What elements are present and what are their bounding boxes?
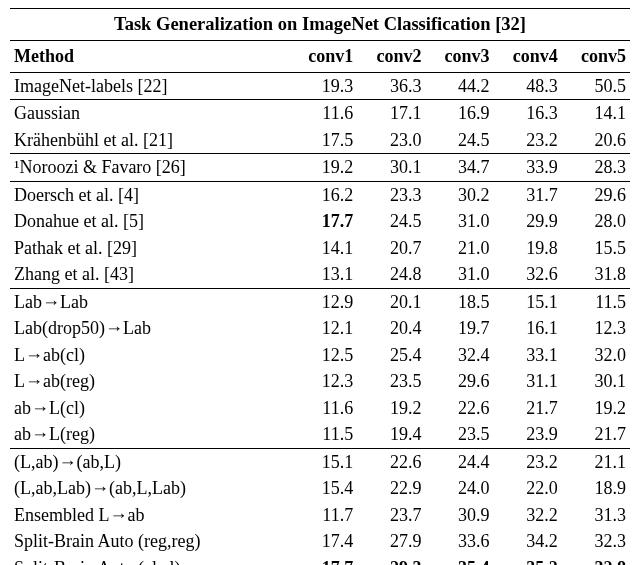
value-cell: 22.6: [425, 395, 493, 422]
value-cell: 12.9: [289, 288, 357, 315]
value-cell: 17.7: [289, 555, 357, 565]
method-cell: ¹Noroozi & Favaro [26]: [10, 154, 289, 182]
table-row: Lab→Lab12.920.118.515.111.5: [10, 288, 630, 315]
method-cell: (L,ab)→(ab,L): [10, 448, 289, 475]
table-row: ab→L(reg)11.519.423.523.921.7: [10, 421, 630, 448]
table-row: Donahue et al. [5]17.724.531.029.928.0: [10, 208, 630, 235]
value-cell: 18.9: [562, 475, 630, 502]
value-cell: 15.1: [494, 288, 562, 315]
value-cell: 22.0: [494, 475, 562, 502]
method-cell: Split-Brain Auto (cl,cl): [10, 555, 289, 565]
value-cell: 32.3: [562, 528, 630, 555]
col-header-conv2: conv2: [357, 41, 425, 73]
table-row: Zhang et al. [43]13.124.831.032.631.8: [10, 261, 630, 288]
col-header-conv3: conv3: [425, 41, 493, 73]
table-row: Ensembled L→ab11.723.730.932.231.3: [10, 502, 630, 529]
value-cell: 23.5: [357, 368, 425, 395]
value-cell: 32.4: [425, 342, 493, 369]
value-cell: 24.8: [357, 261, 425, 288]
value-cell: 17.7: [289, 208, 357, 235]
value-cell: 29.6: [562, 181, 630, 208]
method-cell: ab→L(reg): [10, 421, 289, 448]
value-cell: 32.2: [494, 502, 562, 529]
table-row: Split-Brain Auto (cl,cl)17.729.335.435.2…: [10, 555, 630, 565]
value-cell: 48.3: [494, 72, 562, 100]
value-cell: 19.8: [494, 235, 562, 262]
value-cell: 21.1: [562, 448, 630, 475]
method-cell: Gaussian: [10, 100, 289, 127]
table-row: (L,ab)→(ab,L)15.122.624.423.221.1: [10, 448, 630, 475]
value-cell: 29.3: [357, 555, 425, 565]
value-cell: 23.3: [357, 181, 425, 208]
value-cell: 15.1: [289, 448, 357, 475]
value-cell: 16.3: [494, 100, 562, 127]
value-cell: 21.7: [494, 395, 562, 422]
table-row: ¹Noroozi & Favaro [26]19.230.134.733.928…: [10, 154, 630, 182]
table-row: Split-Brain Auto (reg,reg)17.427.933.634…: [10, 528, 630, 555]
value-cell: 21.0: [425, 235, 493, 262]
value-cell: 31.8: [562, 261, 630, 288]
value-cell: 35.2: [494, 555, 562, 565]
value-cell: 12.5: [289, 342, 357, 369]
value-cell: 23.5: [425, 421, 493, 448]
method-cell: Zhang et al. [43]: [10, 261, 289, 288]
value-cell: 31.1: [494, 368, 562, 395]
value-cell: 31.7: [494, 181, 562, 208]
value-cell: 23.2: [494, 127, 562, 154]
value-cell: 29.9: [494, 208, 562, 235]
value-cell: 22.6: [357, 448, 425, 475]
col-header-conv4: conv4: [494, 41, 562, 73]
value-cell: 30.1: [357, 154, 425, 182]
value-cell: 30.9: [425, 502, 493, 529]
value-cell: 28.3: [562, 154, 630, 182]
value-cell: 13.1: [289, 261, 357, 288]
value-cell: 24.0: [425, 475, 493, 502]
value-cell: 11.5: [289, 421, 357, 448]
method-cell: L→ab(reg): [10, 368, 289, 395]
value-cell: 20.4: [357, 315, 425, 342]
table-row: (L,ab,Lab)→(ab,L,Lab)15.422.924.022.018.…: [10, 475, 630, 502]
value-cell: 32.0: [562, 342, 630, 369]
method-cell: Krähenbühl et al. [21]: [10, 127, 289, 154]
value-cell: 32.6: [494, 261, 562, 288]
table-row: Doersch et al. [4]16.223.330.231.729.6: [10, 181, 630, 208]
method-cell: Ensembled L→ab: [10, 502, 289, 529]
value-cell: 20.7: [357, 235, 425, 262]
value-cell: 27.9: [357, 528, 425, 555]
value-cell: 50.5: [562, 72, 630, 100]
value-cell: 12.3: [562, 315, 630, 342]
table-row: L→ab(cl)12.525.432.433.132.0: [10, 342, 630, 369]
value-cell: 20.6: [562, 127, 630, 154]
value-cell: 31.0: [425, 208, 493, 235]
value-cell: 23.7: [357, 502, 425, 529]
value-cell: 31.3: [562, 502, 630, 529]
value-cell: 19.2: [357, 395, 425, 422]
value-cell: 33.6: [425, 528, 493, 555]
value-cell: 24.4: [425, 448, 493, 475]
table-row: L→ab(reg)12.323.529.631.130.1: [10, 368, 630, 395]
value-cell: 11.5: [562, 288, 630, 315]
value-cell: 33.1: [494, 342, 562, 369]
method-cell: Doersch et al. [4]: [10, 181, 289, 208]
method-cell: Split-Brain Auto (reg,reg): [10, 528, 289, 555]
col-header-conv5: conv5: [562, 41, 630, 73]
value-cell: 19.3: [289, 72, 357, 100]
value-cell: 36.3: [357, 72, 425, 100]
value-cell: 44.2: [425, 72, 493, 100]
value-cell: 24.5: [357, 208, 425, 235]
value-cell: 19.2: [289, 154, 357, 182]
value-cell: 15.5: [562, 235, 630, 262]
value-cell: 16.1: [494, 315, 562, 342]
value-cell: 23.0: [357, 127, 425, 154]
value-cell: 29.6: [425, 368, 493, 395]
method-cell: Donahue et al. [5]: [10, 208, 289, 235]
method-cell: Lab(drop50)→Lab: [10, 315, 289, 342]
value-cell: 15.4: [289, 475, 357, 502]
col-header-conv1: conv1: [289, 41, 357, 73]
value-cell: 16.2: [289, 181, 357, 208]
value-cell: 25.4: [357, 342, 425, 369]
value-cell: 19.4: [357, 421, 425, 448]
value-cell: 16.9: [425, 100, 493, 127]
value-cell: 14.1: [562, 100, 630, 127]
results-table: Task Generalization on ImageNet Classifi…: [10, 8, 630, 565]
